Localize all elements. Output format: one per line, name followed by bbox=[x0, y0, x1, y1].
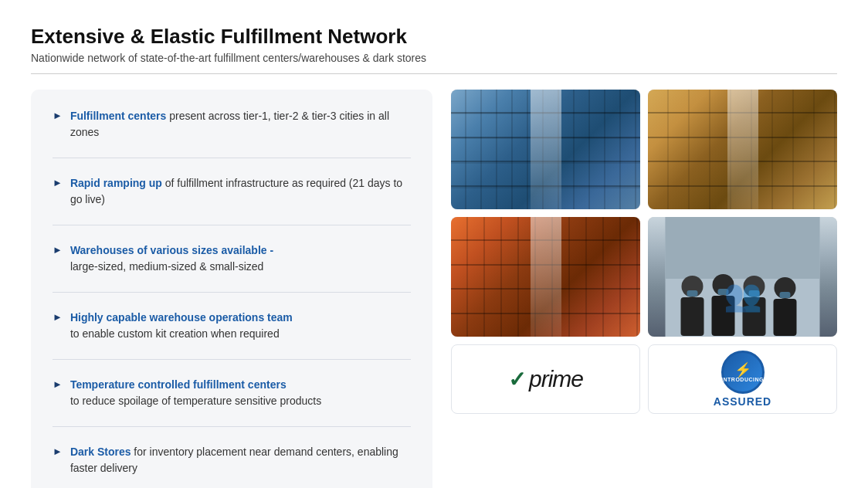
bullet-strong-2: Rapid ramping up bbox=[70, 177, 162, 189]
svg-rect-1 bbox=[666, 217, 820, 279]
assured-intro-label: INTRODUCING bbox=[721, 377, 764, 382]
separator-4 bbox=[53, 359, 411, 360]
bullet-text-6: Dark Stores for inventory placement near… bbox=[70, 444, 411, 476]
bullet-text-3: Warehouses of various sizes available - … bbox=[70, 242, 273, 275]
separator-5 bbox=[53, 426, 411, 427]
page-title: Extensive & Elastic Fulfillment Network bbox=[31, 25, 837, 49]
right-panel: ✓ prime ⚡ INTRODUCING Assured bbox=[451, 90, 837, 414]
page-subtitle: Nationwide network of state-of-the-art f… bbox=[31, 52, 837, 64]
bullet-fulfillment-centers: ► Fulfillment centers present across tie… bbox=[53, 108, 411, 141]
bullet-text-4: Highly capable warehouse operations team… bbox=[70, 310, 293, 342]
left-panel: ► Fulfillment centers present across tie… bbox=[31, 90, 432, 488]
svg-rect-3 bbox=[681, 297, 704, 336]
separator-2 bbox=[53, 225, 411, 225]
bullet-strong-5: Temperature controlled fulfillment cente… bbox=[70, 378, 287, 391]
separator-3 bbox=[53, 292, 411, 293]
bullet-temp-controlled: ► Temperature controlled fulfillment cen… bbox=[53, 377, 411, 409]
prime-check-icon: ✓ bbox=[508, 367, 526, 392]
bullet-body-5: to reduce spoilage of temperature sensit… bbox=[70, 395, 321, 407]
bullet-text-2: Rapid ramping up of fulfillment infrastr… bbox=[70, 175, 411, 208]
bullet-rapid-ramping: ► Rapid ramping up of fulfillment infras… bbox=[53, 175, 411, 208]
bullet-dark-stores: ► Dark Stores for inventory placement ne… bbox=[53, 444, 411, 476]
svg-rect-5 bbox=[712, 296, 735, 336]
svg-rect-12 bbox=[749, 290, 760, 297]
bullet-warehouses-sizes: ► Warehouses of various sizes available … bbox=[53, 242, 411, 275]
prime-logo-card: ✓ prime bbox=[451, 344, 640, 414]
bullet-arrow-5: ► bbox=[53, 378, 63, 390]
svg-rect-9 bbox=[774, 299, 797, 336]
bullet-arrow-3: ► bbox=[53, 244, 63, 256]
prime-text: prime bbox=[529, 366, 583, 392]
photo-warehouse-3 bbox=[451, 217, 640, 337]
bullet-body-3: large-sized, medium-sized & small-sized bbox=[70, 260, 264, 273]
assured-inner: ⚡ INTRODUCING bbox=[721, 363, 764, 382]
svg-point-4 bbox=[713, 274, 734, 296]
assured-text: Assured bbox=[714, 395, 771, 408]
bullet-arrow-1: ► bbox=[53, 110, 63, 121]
bullet-text-5: Temperature controlled fulfillment cente… bbox=[70, 377, 321, 409]
svg-rect-10 bbox=[687, 290, 698, 297]
bullet-arrow-4: ► bbox=[53, 311, 63, 323]
bullet-warehouse-ops: ► Highly capable warehouse operations te… bbox=[53, 310, 411, 342]
bullet-strong-4: Highly capable warehouse operations team bbox=[70, 311, 293, 324]
assured-logo: ⚡ INTRODUCING Assured bbox=[714, 351, 771, 408]
photo-team bbox=[648, 217, 837, 337]
svg-point-6 bbox=[744, 276, 765, 297]
bullet-strong-3: Warehouses of various sizes available - bbox=[70, 244, 273, 256]
bullet-strong-6: Dark Stores bbox=[70, 446, 131, 458]
main-content: ► Fulfillment centers present across tie… bbox=[31, 90, 837, 488]
prime-logo: ✓ prime bbox=[508, 366, 583, 392]
photo-warehouse-2 bbox=[648, 90, 837, 209]
assured-bolt-icon: ⚡ bbox=[734, 363, 751, 377]
svg-rect-11 bbox=[718, 289, 729, 295]
header-divider bbox=[31, 73, 837, 74]
photo-warehouse-1 bbox=[451, 90, 640, 209]
bullet-arrow-6: ► bbox=[53, 446, 63, 457]
assured-logo-card: ⚡ INTRODUCING Assured bbox=[648, 344, 837, 414]
bullet-arrow-2: ► bbox=[53, 177, 63, 188]
svg-rect-7 bbox=[743, 297, 766, 336]
bullet-body-4: to enable custom kit creation when requi… bbox=[70, 327, 280, 340]
svg-rect-13 bbox=[780, 292, 791, 298]
bullet-text-1: Fulfillment centers present across tier-… bbox=[70, 108, 411, 141]
bullet-strong-1: Fulfillment centers bbox=[70, 110, 166, 122]
separator-1 bbox=[53, 158, 411, 158]
assured-circle: ⚡ INTRODUCING bbox=[721, 351, 765, 394]
